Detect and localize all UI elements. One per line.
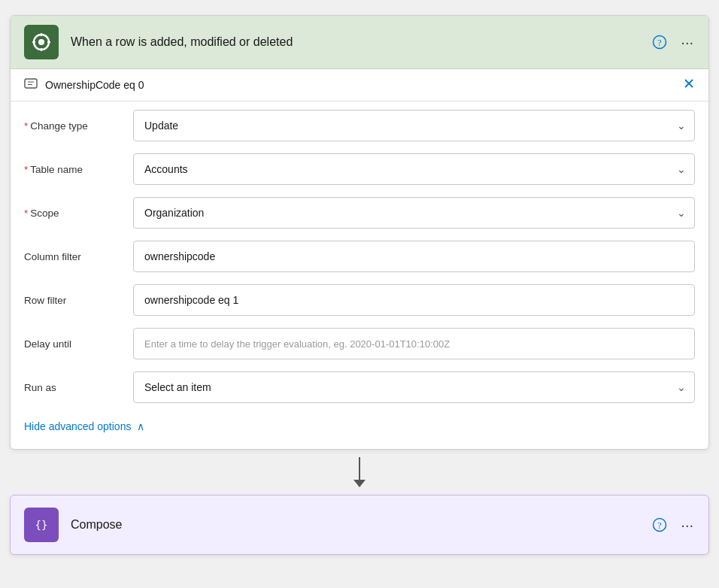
row-filter-control: [133, 284, 695, 316]
condition-close-button[interactable]: [683, 77, 695, 93]
table-name-control: Accounts ⌄: [133, 153, 695, 185]
condition-icon: [24, 77, 38, 93]
delay-until-input[interactable]: [133, 328, 695, 359]
header-actions: ? ···: [651, 32, 695, 53]
run-as-label: Run as: [24, 382, 133, 393]
change-type-label: *Change type: [24, 120, 133, 132]
compose-actions: ? ···: [651, 515, 695, 535]
delay-until-control: [133, 328, 695, 359]
trigger-header: When a row is added, modified or deleted…: [11, 16, 708, 69]
table-name-select[interactable]: Accounts: [133, 153, 695, 185]
scope-control: Organization Business Unit Parent: Child…: [133, 197, 695, 229]
trigger-card: When a row is added, modified or deleted…: [10, 15, 709, 450]
trigger-icon: [24, 25, 59, 59]
scope-select[interactable]: Organization Business Unit Parent: Child…: [133, 197, 695, 229]
svg-text:{}: {}: [35, 519, 48, 531]
column-filter-input[interactable]: [133, 241, 695, 272]
column-filter-label: Column filter: [24, 251, 133, 262]
change-type-row: *Change type Update Added Modified Delet…: [24, 109, 695, 142]
compose-title: Compose: [71, 518, 639, 532]
trigger-help-button[interactable]: ?: [651, 33, 669, 51]
arrow-connector: [353, 450, 366, 495]
trigger-more-button[interactable]: ···: [679, 32, 695, 53]
delay-until-row: Delay until: [24, 327, 695, 360]
run-as-row: Run as Select an item ⌄: [24, 371, 695, 404]
svg-text:?: ?: [658, 38, 662, 48]
row-filter-row: Row filter: [24, 283, 695, 317]
form-body: *Change type Update Added Modified Delet…: [11, 102, 708, 449]
change-type-select[interactable]: Update Added Modified Deleted Added or M…: [133, 110, 695, 141]
compose-icon: {}: [24, 508, 59, 542]
svg-rect-8: [25, 79, 37, 88]
table-name-dropdown-wrapper: Accounts ⌄: [133, 153, 695, 185]
svg-point-1: [38, 39, 44, 45]
compose-help-button[interactable]: ?: [651, 516, 669, 534]
trigger-title: When a row is added, modified or deleted: [71, 35, 639, 49]
scope-row: *Scope Organization Business Unit Parent…: [24, 196, 695, 229]
table-name-row: *Table name Accounts ⌄: [24, 153, 695, 186]
change-type-control: Update Added Modified Deleted Added or M…: [133, 110, 695, 141]
compose-more-button[interactable]: ···: [679, 515, 695, 535]
change-type-dropdown-wrapper: Update Added Modified Deleted Added or M…: [133, 110, 695, 141]
run-as-select[interactable]: Select an item: [133, 371, 695, 403]
arrow-head: [353, 480, 366, 487]
scope-label: *Scope: [24, 208, 133, 219]
scope-dropdown-wrapper: Organization Business Unit Parent: Child…: [133, 197, 695, 229]
column-filter-row: Column filter: [24, 240, 695, 273]
run-as-dropdown-wrapper: Select an item ⌄: [133, 371, 695, 403]
arrow-line: [359, 457, 360, 480]
svg-text:?: ?: [658, 520, 662, 531]
run-as-control: Select an item ⌄: [133, 371, 695, 403]
table-name-label: *Table name: [24, 164, 133, 175]
hide-advanced-button[interactable]: Hide advanced options ∧: [24, 414, 144, 435]
delay-until-label: Delay until: [24, 338, 133, 350]
condition-bar: OwnershipCode eq 0: [11, 69, 708, 102]
compose-card: {} Compose ? ···: [10, 495, 709, 555]
row-filter-input[interactable]: [133, 284, 695, 316]
advanced-toggle-icon: ∧: [137, 420, 144, 432]
column-filter-control: [133, 241, 695, 272]
row-filter-label: Row filter: [24, 295, 133, 306]
condition-text: OwnershipCode eq 0: [45, 79, 675, 91]
compose-header: {} Compose ? ···: [11, 496, 708, 554]
